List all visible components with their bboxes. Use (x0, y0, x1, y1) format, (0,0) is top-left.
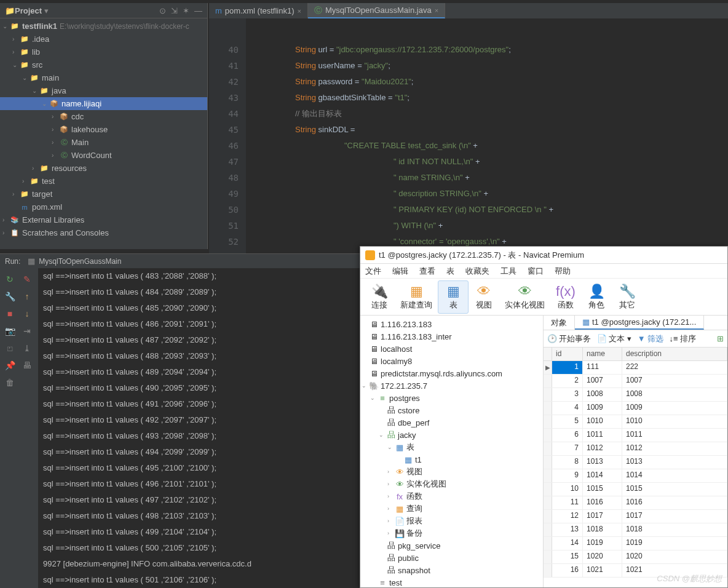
nav-tree-item[interactable]: ≡test (360, 576, 543, 587)
nav-tree-item[interactable]: ⌄🐘172.21.235.7 (360, 379, 543, 392)
table-row[interactable]: 6 1011 1011 (544, 429, 727, 442)
toolbar-button[interactable]: f(x)函数 (550, 280, 581, 314)
toolbar-button[interactable]: 🔌连接 (364, 280, 395, 314)
table-row[interactable]: 4 1009 1009 (544, 402, 727, 415)
tree-item[interactable]: ›ⒸMain (0, 136, 207, 149)
tree-item[interactable]: ›📦lakehouse (0, 123, 207, 136)
nav-tree-item[interactable]: 品public (360, 552, 543, 564)
tree-item[interactable]: ›📋Scratches and Consoles (0, 226, 207, 239)
table-row[interactable]: 11 1016 1016 (544, 496, 727, 510)
tree-item[interactable]: ›📦cdc (0, 110, 207, 123)
hide-icon[interactable]: — (194, 6, 202, 15)
nav-tree-item[interactable]: 🖥predictstar.mysql.rds.aliyuncs.com (360, 367, 543, 379)
nav-tree-item[interactable]: ›📄报表 (360, 515, 543, 527)
tree-item[interactable]: ›📁target (0, 188, 207, 201)
tree-item[interactable]: ›📁lib (0, 46, 207, 58)
nav-tree-item[interactable]: 品dbe_perf (360, 416, 543, 429)
subtool-button[interactable]: 🕑开始事务 (547, 333, 591, 344)
nav-tree-item[interactable]: ⌄≡postgres (360, 392, 543, 404)
table-row[interactable]: 16 1021 1021 (544, 564, 727, 578)
menu-item[interactable]: 窗口 (528, 266, 544, 277)
nav-tree-item[interactable]: ⌄▦表 (360, 441, 543, 453)
tree-item[interactable]: ›📁.idea (0, 33, 207, 46)
toolbar-button[interactable]: 👁实体化视图 (499, 280, 550, 314)
rerun-button[interactable]: ↻ (2, 272, 17, 287)
table-row[interactable]: 9 1014 1014 (544, 469, 727, 483)
trash-button[interactable]: 🗑 (2, 375, 17, 390)
edit-button[interactable]: ✎ (20, 272, 34, 287)
menu-item[interactable]: 收藏夹 (465, 266, 489, 277)
col-header-id[interactable]: id (552, 348, 583, 360)
toolbar-button[interactable]: 👁视图 (469, 280, 499, 314)
menu-item[interactable]: 编辑 (392, 266, 408, 277)
editor-tab[interactable]: ⒸMysqlToOpenGaussMain.java× (308, 3, 445, 18)
editor-tab[interactable]: mpom.xml (testflink1)× (209, 3, 308, 18)
subtool-button[interactable]: ▼筛选 (638, 333, 663, 344)
tree-item[interactable]: ⌄📁src (0, 58, 207, 71)
tree-item[interactable]: ⌄📦name.lijiaqi (0, 97, 207, 110)
scroll-button[interactable]: ⤓ (20, 341, 34, 356)
tree-item[interactable]: ›📚External Libraries (0, 213, 207, 226)
toolbar-button[interactable]: 🔧其它 (612, 280, 643, 314)
table-row[interactable]: 13 1018 1018 (544, 523, 727, 537)
content-tab[interactable]: ▦t1 @postgres.jacky (172.21... (575, 316, 704, 330)
nav-tree-item[interactable]: 🖥1.116.213.183_inter (360, 330, 543, 343)
tree-item[interactable]: ›ⒸWordCount (0, 149, 207, 162)
collapse-icon[interactable]: ✶ (183, 6, 189, 15)
menu-item[interactable]: 帮助 (555, 266, 571, 277)
menu-item[interactable]: 查看 (419, 266, 435, 277)
table-row[interactable]: ▶ 1 111 222 (544, 361, 727, 375)
exit-button[interactable]: ⏍ (2, 341, 17, 356)
code-editor[interactable]: String url = "jdbc:opengauss://172.21.23… (246, 18, 728, 250)
menu-item[interactable]: 文件 (365, 266, 381, 277)
export-icon[interactable]: ⊞ (717, 334, 724, 343)
tree-item[interactable]: mpom.xml (0, 201, 207, 213)
tree-root[interactable]: ⌄📁 testflink1E:\working\study\testenvs\f… (0, 20, 207, 33)
nav-tree-item[interactable]: ›fx函数 (360, 490, 543, 503)
tree-item[interactable]: ›📁resources (0, 162, 207, 175)
table-row[interactable]: 7 1012 1012 (544, 442, 727, 456)
table-row[interactable]: 12 1017 1017 (544, 510, 727, 523)
stop-button[interactable]: ■ (2, 306, 17, 321)
tree-item[interactable]: ›📁test (0, 175, 207, 188)
select-opened-icon[interactable]: ⊙ (159, 6, 166, 15)
nav-tree-item[interactable]: ⌄品jacky (360, 429, 543, 441)
nav-tree-item[interactable]: ›👁实体化视图 (360, 478, 543, 490)
nav-tree-item[interactable]: 品pkg_service (360, 539, 543, 552)
menu-item[interactable]: 表 (446, 266, 454, 277)
tree-item[interactable]: ⌄📁java (0, 84, 207, 97)
close-icon[interactable]: × (298, 7, 301, 15)
nav-tree-item[interactable]: ›▦查询 (360, 503, 543, 515)
table-row[interactable]: 15 1020 1020 (544, 550, 727, 564)
toolbar-button[interactable]: ▦新建查询 (395, 280, 438, 314)
up-button[interactable]: ↑ (20, 289, 34, 304)
table-row[interactable]: 3 1008 1008 (544, 388, 727, 402)
menu-item[interactable]: 工具 (501, 266, 516, 277)
wrench-button[interactable]: 🔧 (2, 289, 17, 304)
pin-button[interactable]: 📌 (2, 358, 17, 373)
nav-tree-item[interactable]: ›💾备份 (360, 527, 543, 539)
toolbar-button[interactable]: 👤角色 (581, 280, 612, 314)
nav-tree-item[interactable]: 🖥localmy8 (360, 355, 543, 367)
nav-tree-item[interactable]: ▦t1 (360, 453, 543, 466)
table-row[interactable]: 10 1015 1015 (544, 483, 727, 496)
nav-tree-item[interactable]: 🖥1.116.213.183 (360, 318, 543, 330)
content-tab[interactable]: 对象 (544, 316, 575, 330)
down-button[interactable]: ↓ (20, 306, 34, 321)
col-header-name[interactable]: name (583, 348, 622, 360)
nav-tree-item[interactable]: 品snapshot (360, 564, 543, 576)
table-row[interactable]: 5 1010 1010 (544, 415, 727, 429)
wrap-button[interactable]: ⇥ (20, 324, 34, 338)
tree-item[interactable]: ⌄📁main (0, 71, 207, 84)
navicat-titlebar[interactable]: t1 @postgres.jacky (172.21.235.7) - 表 - … (360, 247, 727, 264)
nav-tree-item[interactable]: 品cstore (360, 404, 543, 416)
table-row[interactable]: 14 1019 1019 (544, 537, 727, 550)
toolbar-button[interactable]: ▦表 (438, 280, 469, 314)
nav-tree-item[interactable]: 🖥localhost (360, 343, 543, 355)
close-icon[interactable]: × (435, 7, 438, 14)
nav-tree-item[interactable]: ›👁视图 (360, 466, 543, 478)
print-button[interactable]: 🖶 (20, 358, 34, 373)
table-row[interactable]: 8 1013 1013 (544, 456, 727, 469)
table-row[interactable]: 2 1007 1007 (544, 375, 727, 388)
col-header-description[interactable]: description (622, 348, 727, 360)
